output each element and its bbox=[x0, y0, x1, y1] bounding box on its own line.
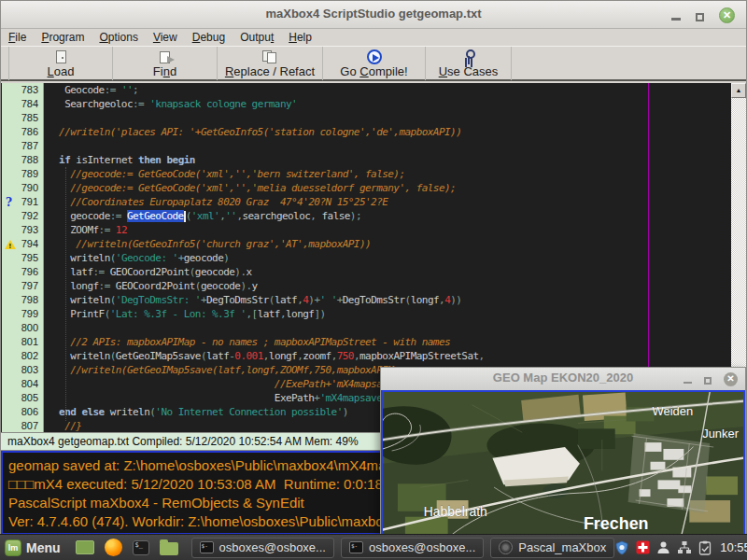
terminal-icon: $- bbox=[200, 541, 214, 553]
files-icon[interactable] bbox=[160, 542, 178, 555]
code-line[interactable]: Geocode:= ''; bbox=[53, 83, 731, 97]
menu-item-debug[interactable]: Debug bbox=[185, 30, 233, 45]
replace-refactor-button[interactable]: Replace / Refact bbox=[218, 47, 323, 80]
clipboard-icon[interactable] bbox=[698, 540, 712, 555]
use-cases-button[interactable]: Use Cases bbox=[426, 47, 512, 80]
code-line[interactable]: //writeln(GetGeoInfo5('church graz','AT'… bbox=[53, 237, 731, 251]
gutter-line[interactable]: 787 bbox=[2, 139, 43, 153]
gutter-line[interactable]: 790 bbox=[2, 181, 43, 195]
gutter-line[interactable]: 783 bbox=[2, 83, 43, 97]
hint-question-icon: ? bbox=[6, 196, 12, 209]
shield-icon[interactable] bbox=[614, 540, 629, 555]
gutter-line[interactable]: 799 bbox=[2, 307, 43, 321]
code-line[interactable]: writeln(GetGeoIMap5save(latf-0.001,longf… bbox=[53, 349, 731, 363]
menu-item-help[interactable]: Help bbox=[281, 30, 319, 45]
taskbar-window-pascal-maxbox[interactable]: Pascal_maXbox bbox=[490, 538, 614, 558]
find-icon bbox=[113, 49, 217, 65]
taskbar-window-terminal-2[interactable]: $- osboxes@osboxe... bbox=[341, 538, 484, 558]
gutter-line[interactable]: 789 bbox=[2, 167, 43, 181]
code-line[interactable]: if isInternet then begin bbox=[53, 153, 731, 167]
gutter-line[interactable]: 797 bbox=[2, 279, 43, 293]
gutter-line[interactable]: 786 bbox=[2, 125, 43, 139]
network-icon[interactable] bbox=[677, 540, 692, 554]
desktop: maXbox4 ScriptStudio getgeomap.txt ✕ Fil… bbox=[0, 0, 747, 560]
code-line[interactable] bbox=[53, 111, 731, 125]
code-line[interactable] bbox=[53, 321, 731, 335]
firefox-icon[interactable] bbox=[105, 539, 122, 556]
code-line[interactable]: //writeln('places API: '+GetGeoInfo5('st… bbox=[53, 125, 731, 139]
menu-item-view[interactable]: View bbox=[146, 30, 185, 45]
code-line[interactable]: //Coordinates Europaplatz 8020 Graz 47°4… bbox=[53, 195, 731, 209]
gutter-line[interactable]: 800 bbox=[2, 321, 43, 335]
clock[interactable]: 10:55 bbox=[720, 540, 747, 554]
menubar: FileProgramOptionsViewDebugOutputHelp bbox=[1, 29, 746, 46]
code-line[interactable]: Searchgeoloc:= 'knapsack cologne germany… bbox=[53, 97, 731, 111]
code-line[interactable]: geocode:= GetGeoCode('xml','',searchgeol… bbox=[53, 209, 731, 223]
map-minimize-icon[interactable] bbox=[684, 382, 692, 384]
map-label-junker: Junker bbox=[702, 427, 740, 441]
taskbar-window-label: Pascal_maXbox bbox=[518, 540, 606, 554]
menu-label: Menu bbox=[26, 540, 61, 555]
scroll-up-icon[interactable]: ▲ bbox=[731, 83, 746, 98]
menu-button[interactable]: lm Menu bbox=[0, 535, 68, 560]
code-line[interactable]: latf:= GEOCoord2Point(geocode).x bbox=[53, 265, 731, 279]
geo-map-window: GEO Map EKON20_2020 ✕ bbox=[380, 367, 746, 560]
use-cases-icon bbox=[426, 49, 511, 65]
main-titlebar[interactable]: maXbox4 ScriptStudio getgeomap.txt ✕ bbox=[1, 1, 746, 29]
gutter-line[interactable]: 805 bbox=[2, 391, 43, 405]
selected-text: GetGeoCode bbox=[127, 210, 184, 222]
close-icon[interactable]: ✕ bbox=[719, 7, 735, 23]
gutter-line[interactable]: 806 bbox=[2, 405, 43, 419]
go-compile-button[interactable]: Go Compile! bbox=[323, 47, 426, 80]
load-icon bbox=[9, 49, 112, 65]
gutter-line[interactable]: 784 bbox=[2, 97, 43, 111]
code-line[interactable]: ZOOMf:= 12 bbox=[53, 223, 731, 237]
code-line[interactable]: //2 APIs: mapboxAPIMap - no names ; mapb… bbox=[53, 335, 731, 349]
map-maximize-icon[interactable] bbox=[704, 377, 712, 385]
gutter-line[interactable]: 794 bbox=[2, 237, 43, 251]
status-text: maXbox4 getgeomap.txt Compiled: 5/12/202… bbox=[7, 435, 359, 448]
menu-item-output[interactable]: Output bbox=[233, 30, 281, 45]
toolbar: Load Find Replace / Refact Go Compile! U… bbox=[1, 46, 746, 81]
code-line[interactable]: writeln('DegToDmsStr: '+DegToDmsStr(latf… bbox=[53, 293, 731, 307]
code-line[interactable] bbox=[53, 139, 731, 153]
load-button[interactable]: Load bbox=[8, 47, 113, 80]
user-icon[interactable] bbox=[656, 540, 670, 554]
gutter-line[interactable]: 788 bbox=[2, 153, 43, 167]
gutter-line[interactable]: 793 bbox=[2, 223, 43, 237]
gutter-line[interactable]: 803 bbox=[2, 363, 43, 377]
gutter-line[interactable]: 807 bbox=[2, 419, 43, 432]
code-line[interactable]: longf:= GEOCoord2Point(geocode).y bbox=[53, 279, 731, 293]
show-desktop-icon[interactable] bbox=[76, 540, 94, 554]
menu-item-program[interactable]: Program bbox=[34, 30, 92, 45]
minimize-icon[interactable] bbox=[671, 18, 681, 21]
mint-logo-icon: lm bbox=[5, 539, 21, 556]
gutter-line[interactable]: 796 bbox=[2, 265, 43, 279]
menu-item-options[interactable]: Options bbox=[92, 30, 145, 45]
gutter-line[interactable]: 792 bbox=[2, 209, 43, 223]
gutter-line[interactable]: 798 bbox=[2, 293, 43, 307]
map-image: Weiden Junker Habbelrath Frechen bbox=[383, 392, 743, 557]
gutter-line[interactable]: ?791 bbox=[2, 195, 43, 209]
code-line[interactable]: PrintF('Lat: %.3f - Lon: %.3f ',[latf,lo… bbox=[53, 307, 731, 321]
gutter-line[interactable]: 795 bbox=[2, 251, 43, 265]
terminal-launcher-icon[interactable]: $_ bbox=[133, 540, 149, 555]
taskbar-window-terminal-1[interactable]: $- osboxes@osboxe... bbox=[191, 538, 334, 558]
gutter-line[interactable]: 801 bbox=[2, 335, 43, 349]
menu-item-file[interactable]: File bbox=[1, 30, 34, 45]
taskbar-window-label: osboxes@osboxe... bbox=[219, 540, 326, 554]
find-button[interactable]: Find bbox=[113, 47, 218, 80]
gutter-line[interactable]: 802 bbox=[2, 349, 43, 363]
map-titlebar[interactable]: GEO Map EKON20_2020 ✕ bbox=[381, 368, 745, 390]
maximize-icon[interactable] bbox=[696, 13, 704, 21]
code-line[interactable]: //geocode:= GetGeoCode('xml','','bern sw… bbox=[53, 167, 731, 181]
map-close-icon[interactable]: ✕ bbox=[724, 372, 738, 386]
code-line[interactable]: writeln('Geocode: '+geocode) bbox=[53, 251, 731, 265]
code-line[interactable]: //geocode:= GetGeoCode('xml','','melia d… bbox=[53, 181, 731, 195]
pascal-maxbox-icon bbox=[499, 540, 513, 554]
red-cross-icon[interactable] bbox=[636, 540, 650, 554]
gutter-line[interactable]: 804 bbox=[2, 377, 43, 391]
gutter-line[interactable]: 785 bbox=[2, 111, 43, 125]
editor-gutter[interactable]: 783784785786787788789790?791792793794795… bbox=[2, 83, 44, 432]
map-label-weiden: Weiden bbox=[653, 404, 694, 418]
